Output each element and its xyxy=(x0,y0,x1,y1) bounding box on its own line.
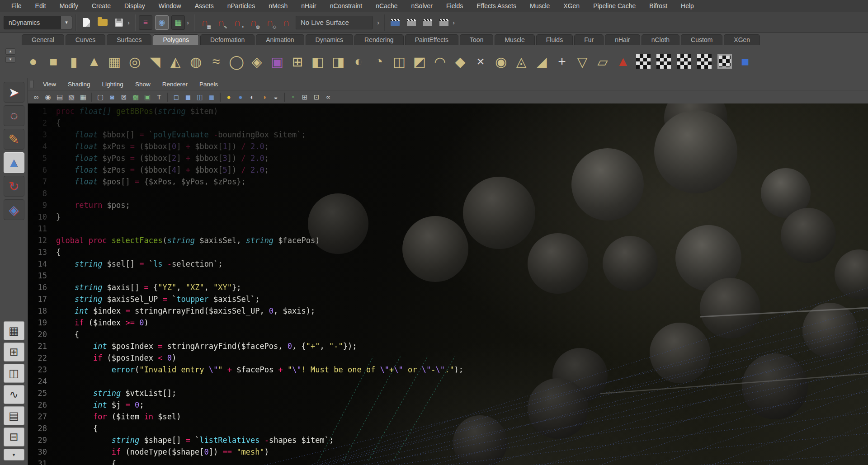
poly-pipe-icon[interactable]: ◍ xyxy=(186,52,205,71)
all-lights-icon[interactable]: ◼ xyxy=(206,92,217,103)
share-view-icon[interactable]: ∝ xyxy=(323,92,334,103)
textured-mode-icon[interactable]: ◫ xyxy=(194,92,205,103)
poly-pyramid-icon[interactable]: ◭ xyxy=(166,52,185,71)
poly-platonic-solid-icon[interactable]: ◈ xyxy=(247,52,266,71)
bookmarks-icon[interactable]: ▤ xyxy=(54,92,65,103)
two-sided-lighting-icon[interactable]: ◐ xyxy=(247,92,258,103)
open-scene-button[interactable] xyxy=(96,15,109,30)
rotate-tool[interactable]: ↻ xyxy=(4,176,24,197)
select-object-button[interactable]: ◉ xyxy=(155,15,169,30)
layout-single-perspective-button[interactable]: ▦ xyxy=(4,321,24,340)
save-scene-button[interactable] xyxy=(112,15,126,30)
select-component-button[interactable]: ▦ xyxy=(171,15,185,30)
poly-extrude-icon[interactable]: ◩ xyxy=(410,52,429,71)
poly-combine-icon[interactable]: ⊞ xyxy=(288,52,307,71)
poly-append-icon[interactable]: ◬ xyxy=(512,52,531,71)
menu-assets[interactable]: Assets xyxy=(188,2,221,9)
shelf-tab-rendering[interactable]: Rendering xyxy=(354,34,404,45)
shelf-tab-animation[interactable]: Animation xyxy=(256,34,304,45)
menu-xgen[interactable]: XGen xyxy=(557,2,586,9)
layout-more-button[interactable]: ▾ xyxy=(4,449,24,460)
shelf-tab-curves[interactable]: Curves xyxy=(66,34,105,45)
poly-soccer-ball-icon[interactable]: ◯ xyxy=(227,52,246,71)
snap-to-projected-center-button[interactable]: ∩◍ xyxy=(247,15,260,30)
menu-bifrost[interactable]: Bifrost xyxy=(642,2,674,9)
menu-nsolver[interactable]: nSolver xyxy=(405,2,439,9)
panel-menu-shading[interactable]: Shading xyxy=(62,81,96,88)
layout-hypershade-perspective-button[interactable]: ▤ xyxy=(4,406,24,425)
safe-action-icon[interactable]: ▣ xyxy=(142,92,153,103)
menu-edit[interactable]: Edit xyxy=(28,2,53,9)
poly-mirror-icon[interactable]: ◫ xyxy=(390,52,409,71)
uv-editor-icon[interactable] xyxy=(715,52,734,71)
poly-extract-icon[interactable]: ◨ xyxy=(329,52,348,71)
shelf-tab-xgen[interactable]: XGen xyxy=(724,34,760,45)
shelf-tab-nhair[interactable]: nHair xyxy=(605,34,640,45)
xray-mode-icon[interactable]: ◒ xyxy=(270,92,281,103)
field-chart-icon[interactable]: ▩ xyxy=(130,92,141,103)
new-scene-button[interactable] xyxy=(80,15,93,30)
poly-torus-icon[interactable]: ◎ xyxy=(125,52,144,71)
image-plane-icon[interactable]: ▧ xyxy=(66,92,77,103)
shadows-icon[interactable]: ● xyxy=(235,92,246,103)
shelf-tab-fur[interactable]: Fur xyxy=(574,34,604,45)
panel-menu-lighting[interactable]: Lighting xyxy=(96,81,129,88)
ipr-render-button[interactable] xyxy=(421,15,434,30)
snap-to-view-plane-button[interactable]: ∩◇ xyxy=(263,15,277,30)
stereo-camera-icon[interactable]: ∞ xyxy=(31,92,42,103)
panel-grip[interactable] xyxy=(30,80,33,88)
menu-muscle[interactable]: Muscle xyxy=(523,2,557,9)
move-tool[interactable]: ▲ xyxy=(4,152,24,173)
resolution-gate-icon[interactable]: ◙ xyxy=(107,92,118,103)
menu-display[interactable]: Display xyxy=(118,2,152,9)
menu-nhair[interactable]: nHair xyxy=(294,2,323,9)
live-surface-field[interactable]: No Live Surface xyxy=(296,16,373,29)
menu-set-selector[interactable]: nDynamics ▾ xyxy=(4,16,72,29)
snap-to-curve-button[interactable]: ∩∿ xyxy=(214,15,228,30)
viewport-cube-icon[interactable]: ⊡ xyxy=(311,92,322,103)
poly-cube-icon[interactable]: ■ xyxy=(44,52,63,71)
shelf-tab-painteffects[interactable]: PaintEffects xyxy=(405,34,458,45)
poly-poke-icon[interactable]: + xyxy=(552,52,571,71)
poly-sphere-icon[interactable]: ● xyxy=(24,52,42,71)
render-settings-button[interactable] xyxy=(437,15,451,30)
menu-nparticles[interactable]: nParticles xyxy=(221,2,262,9)
panel-menu-show[interactable]: Show xyxy=(129,81,156,88)
poly-target-weld-icon[interactable]: ◉ xyxy=(491,52,510,71)
paint-select-tool[interactable]: ✎ xyxy=(4,129,24,150)
uv-cylindrical-mapping-icon[interactable] xyxy=(654,52,673,71)
shelf-tab-dynamics[interactable]: Dynamics xyxy=(306,34,353,45)
menu-window[interactable]: Window xyxy=(152,2,188,9)
shelf-tab-custom[interactable]: Custom xyxy=(681,34,722,45)
poly-quad-draw-icon[interactable]: ▱ xyxy=(593,52,612,71)
poly-sculpt-icon[interactable]: ▲ xyxy=(613,52,632,71)
layout-perspective-graph-button[interactable]: ∿ xyxy=(4,385,24,404)
shelf-tab-surfaces[interactable]: Surfaces xyxy=(107,34,151,45)
shelf-tab-deformation[interactable]: Deformation xyxy=(200,34,255,45)
poly-prism-icon[interactable]: ◥ xyxy=(146,52,165,71)
shelf-prev-button[interactable]: ▲ xyxy=(5,48,15,55)
isolate-select-icon[interactable]: ▫ xyxy=(288,92,298,103)
shelf-tab-toon[interactable]: Toon xyxy=(460,34,493,45)
poly-plane-icon[interactable]: ▦ xyxy=(105,52,124,71)
menu-ncache[interactable]: nCache xyxy=(369,2,404,9)
shelf-tab-fluids[interactable]: Fluids xyxy=(536,34,573,45)
menu-help[interactable]: Help xyxy=(674,2,701,9)
make-live-button[interactable]: ∩ xyxy=(279,15,293,30)
default-lighting-icon[interactable]: ● xyxy=(223,92,234,103)
poly-boolean-icon[interactable]: ◐ xyxy=(349,52,368,71)
textured-sphere-icon[interactable]: ◑ xyxy=(259,92,269,103)
uv-spherical-mapping-icon[interactable] xyxy=(675,52,693,71)
group-collapse-icon[interactable]: › xyxy=(453,19,455,26)
chevron-down-icon[interactable]: ▾ xyxy=(61,16,72,29)
layout-outliner-perspective-button[interactable]: ◫ xyxy=(4,364,24,383)
shelf-tab-muscle[interactable]: Muscle xyxy=(495,34,534,45)
poly-wedge-icon[interactable]: ◢ xyxy=(532,52,551,71)
snap-to-point-button[interactable]: ∩• xyxy=(231,15,244,30)
poly-reduce-icon[interactable]: ▽ xyxy=(573,52,592,71)
crease-set-editor-icon[interactable]: ■ xyxy=(736,52,755,71)
layout-four-view-button[interactable]: ⊞ xyxy=(4,343,24,362)
poly-type-icon[interactable]: ▣ xyxy=(268,52,287,71)
plugin-shapes-icon[interactable]: ⊞ xyxy=(299,92,310,103)
menu-effects-assets[interactable]: Effects Assets xyxy=(470,2,523,9)
